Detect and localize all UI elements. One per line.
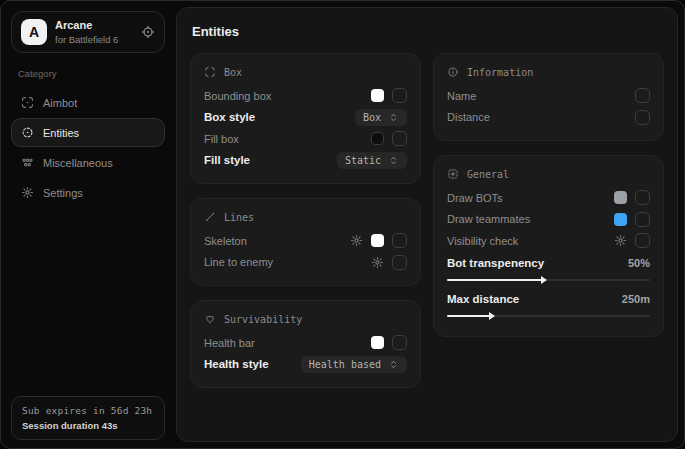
row-controls (350, 233, 407, 248)
skeleton-color-swatch[interactable] (371, 234, 384, 247)
visibility-check-checkbox[interactable] (635, 233, 650, 248)
card-title: Survivability (224, 314, 302, 325)
row-visibility-check: Visibility check (447, 230, 650, 252)
row-label: Health style (204, 358, 269, 370)
row-bot-transpenency: Bot transpenency50% (447, 252, 650, 288)
row-controls (371, 255, 407, 270)
grid-dots-icon (21, 156, 34, 169)
row-label: Health bar (204, 337, 255, 349)
row-max-distance: Max distance250m (447, 288, 650, 324)
line-icon (204, 211, 216, 223)
row-controls: Box (355, 109, 407, 126)
sidebar-item-entities[interactable]: Entities (11, 118, 165, 147)
box-style-dropdown[interactable]: Box (355, 109, 407, 126)
card-header: Information (447, 66, 650, 78)
frame-icon (204, 66, 216, 78)
updown-icon (388, 359, 399, 370)
dropdown-value: Static (345, 155, 381, 166)
draw-teammates-checkbox[interactable] (635, 212, 650, 227)
sidebar: A Arcane for Battlefield 6 Category Aimb… (1, 1, 175, 448)
row-controls (371, 335, 407, 350)
card-title: Lines (224, 212, 254, 223)
bounding-box-color-swatch[interactable] (371, 89, 384, 102)
health-bar-checkbox[interactable] (392, 335, 407, 350)
app-subtitle: for Battlefield 6 (55, 34, 118, 45)
slider-thumb[interactable] (489, 312, 495, 320)
health-bar-color-swatch[interactable] (371, 336, 384, 349)
visibility-check-gear-icon[interactable] (614, 234, 627, 247)
row-health-bar: Health bar (204, 332, 407, 354)
dropdown-value: Box (363, 112, 381, 123)
row-label: Draw BOTs (447, 192, 503, 204)
slider-label-row: Max distance250m (447, 289, 650, 309)
fill-style-dropdown[interactable]: Static (337, 152, 407, 169)
column-left: BoxBounding boxBox styleBoxFill boxFill … (190, 53, 421, 388)
category-label: Category (18, 68, 158, 79)
draw-bots-color-swatch[interactable] (614, 191, 627, 204)
row-label: Bounding box (204, 90, 271, 102)
card-information: InformationNameDistance (433, 53, 664, 141)
row-health-style: Health styleHealth based (204, 354, 407, 376)
updown-icon (388, 155, 399, 166)
max-distance-value: 250m (622, 293, 650, 305)
arcane-window: A Arcane for Battlefield 6 Category Aimb… (0, 0, 685, 449)
card-header: Survivability (204, 313, 407, 325)
row-line-to-enemy: Line to enemy (204, 252, 407, 274)
draw-teammates-color-swatch[interactable] (614, 213, 627, 226)
row-controls (614, 212, 650, 227)
distance-checkbox[interactable] (635, 110, 650, 125)
slider-fill (447, 279, 544, 281)
slider-fill (447, 315, 492, 317)
sidebar-item-aimbot[interactable]: Aimbot (11, 88, 165, 117)
line-to-enemy-gear-icon[interactable] (371, 256, 384, 269)
row-controls (635, 88, 650, 103)
name-checkbox[interactable] (635, 88, 650, 103)
slider-thumb[interactable] (541, 276, 547, 284)
card-general: GeneralDraw BOTsDraw teammatesVisibility… (433, 155, 664, 337)
card-lines: LinesSkeletonLine to enemy (190, 198, 421, 286)
row-distance: Distance (447, 107, 650, 129)
slider-label-row: Bot transpenency50% (447, 253, 650, 273)
page-title: Entities (192, 24, 662, 39)
row-label: Distance (447, 111, 490, 123)
row-draw-teammates: Draw teammates (447, 209, 650, 231)
target-icon[interactable] (141, 25, 155, 39)
scan-icon (21, 126, 34, 139)
card-box: BoxBounding boxBox styleBoxFill boxFill … (190, 53, 421, 184)
row-controls (371, 88, 407, 103)
skeleton-checkbox[interactable] (392, 233, 407, 248)
sidebar-item-settings[interactable]: Settings (11, 178, 165, 207)
fill-box-checkbox[interactable] (392, 131, 407, 146)
line-to-enemy-checkbox[interactable] (392, 255, 407, 270)
sidebar-item-label: Entities (43, 127, 79, 139)
fill-box-color-swatch[interactable] (371, 132, 384, 145)
row-bounding-box: Bounding box (204, 85, 407, 107)
card-header: General (447, 168, 650, 180)
row-controls (635, 110, 650, 125)
bot-transpenency-slider[interactable] (447, 276, 650, 285)
card-survivability: SurvivabilityHealth barHealth styleHealt… (190, 300, 421, 388)
sidebar-item-label: Aimbot (43, 97, 77, 109)
sidebar-item-miscellaneous[interactable]: Miscellaneous (11, 148, 165, 177)
bounding-box-checkbox[interactable] (392, 88, 407, 103)
app-avatar: A (21, 19, 47, 45)
row-label: Visibility check (447, 235, 518, 247)
bot-transpenency-value: 50% (628, 257, 650, 269)
session-duration-text: Session duration 43s (22, 420, 154, 431)
app-header-text: Arcane for Battlefield 6 (55, 19, 118, 45)
row-controls: Static (337, 152, 407, 169)
skeleton-gear-icon[interactable] (350, 234, 363, 247)
card-title: Box (224, 67, 242, 78)
row-controls: 50% (628, 257, 650, 269)
row-controls (614, 233, 650, 248)
row-label: Skeleton (204, 235, 247, 247)
sidebar-nav: AimbotEntitiesMiscellaneousSettings (11, 88, 165, 207)
max-distance-slider[interactable] (447, 312, 650, 321)
app-header: A Arcane for Battlefield 6 (11, 11, 165, 53)
health-style-dropdown[interactable]: Health based (301, 356, 407, 373)
row-skeleton: Skeleton (204, 230, 407, 252)
card-columns: BoxBounding boxBox styleBoxFill boxFill … (190, 53, 664, 388)
row-label: Bot transpenency (447, 257, 544, 269)
draw-bots-checkbox[interactable] (635, 190, 650, 205)
grid-plus-icon (447, 168, 459, 180)
